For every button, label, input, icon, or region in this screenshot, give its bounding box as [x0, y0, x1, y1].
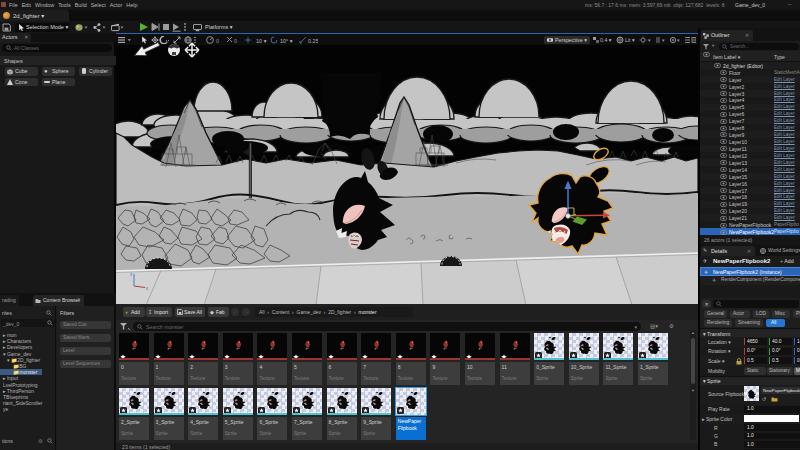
- svg-text:Perspective ▾: Perspective ▾: [555, 37, 587, 43]
- svg-text:0: 0: [234, 37, 237, 43]
- svg-text:0: 0: [216, 37, 219, 43]
- svg-text:0.4 ▾: 0.4 ▾: [600, 37, 612, 43]
- svg-text:Lit ▾: Lit ▾: [625, 37, 635, 43]
- svg-text:▾: ▾: [648, 37, 651, 43]
- svg-text:10 ▾: 10 ▾: [256, 37, 267, 43]
- svg-text:10° ▾: 10° ▾: [280, 37, 293, 43]
- svg-text:▾: ▾: [662, 37, 665, 43]
- svg-text:0.25: 0.25: [308, 37, 318, 43]
- svg-text:▾: ▾: [677, 37, 680, 43]
